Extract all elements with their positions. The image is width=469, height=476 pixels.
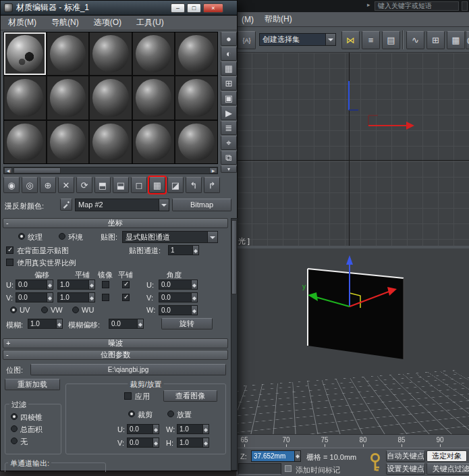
maximize-button[interactable]: □ — [187, 3, 201, 13]
scroll-down-icon[interactable]: ▾ — [221, 165, 237, 173]
checkbox-apply[interactable] — [124, 392, 132, 400]
make-preview-icon[interactable]: ▶ — [221, 106, 237, 120]
spinner-icon[interactable] — [137, 319, 143, 328]
menu-navigation[interactable]: 导航(N) — [44, 17, 86, 28]
expand-icon[interactable]: + — [6, 339, 10, 348]
z-coordinate-field[interactable]: 37.652mm — [251, 450, 301, 462]
chevron-down-icon[interactable] — [207, 232, 217, 242]
wall-object[interactable] — [308, 269, 404, 359]
crop-v-field[interactable]: 0.0 — [127, 438, 159, 448]
checkbox-v-mirror[interactable] — [102, 294, 109, 301]
v-angle-field[interactable]: 0.0 — [159, 292, 198, 302]
collapse-icon[interactable]: - — [6, 350, 9, 359]
menu-material[interactable]: 材质(M) — [1, 17, 44, 28]
material-slot[interactable] — [90, 121, 132, 163]
material-slot[interactable] — [47, 76, 89, 119]
checkbox-u-mirror[interactable] — [102, 281, 109, 288]
material-map-navigator-icon[interactable]: ⧉ — [221, 151, 237, 165]
mapping-dropdown[interactable]: 显式贴图通道 — [122, 231, 218, 243]
transform-gizmo[interactable] — [236, 53, 469, 246]
material-slot[interactable] — [133, 76, 175, 119]
menu-utilities[interactable]: 工具(U) — [129, 17, 171, 28]
show-map-in-viewport-icon[interactable]: ▦ — [149, 177, 165, 193]
spinner-icon[interactable] — [191, 293, 197, 302]
put-material-to-scene-icon[interactable]: ◎ — [22, 177, 38, 193]
set-key-button[interactable]: 设置关键点 — [386, 463, 425, 475]
spinner-icon[interactable] — [202, 438, 209, 447]
u-tiling-field[interactable]: 1.0 — [57, 280, 95, 290]
spinner-icon[interactable] — [191, 306, 197, 315]
radio-uv[interactable] — [10, 307, 17, 313]
reset-map-icon[interactable]: ✕ — [58, 177, 74, 193]
slot-scrollbar[interactable]: ◀ ▶ — [3, 167, 218, 174]
radio-summed-area[interactable] — [11, 425, 18, 432]
menu-fragment[interactable]: (M) — [236, 15, 259, 24]
schematic-view-icon[interactable]: ⊞ — [426, 31, 445, 49]
go-to-parent-icon[interactable]: ↰ — [186, 177, 202, 193]
spinner-icon[interactable] — [47, 293, 53, 302]
chevron-down-icon[interactable] — [325, 34, 335, 45]
scrollbar-thumb[interactable] — [13, 167, 61, 174]
chevron-down-icon[interactable] — [159, 199, 169, 211]
blur-offset-field[interactable]: 0.0 — [109, 319, 144, 329]
backlight-icon[interactable]: ◐ — [221, 47, 237, 61]
view-image-button[interactable]: 查看图像 — [163, 390, 217, 402]
infocenter-arrow-icon[interactable]: ▸ — [367, 1, 370, 8]
scroll-left-icon[interactable]: ◀ — [4, 167, 12, 174]
curve-editor-icon[interactable]: ∿ — [406, 31, 424, 49]
reload-button[interactable]: 重新加载 — [5, 379, 60, 390]
spinner-icon[interactable] — [88, 293, 94, 302]
material-slot[interactable] — [175, 76, 217, 119]
crop-u-field[interactable]: 0.0 — [127, 424, 159, 434]
rollout-coordinates[interactable]: - 坐标 — [3, 218, 228, 228]
rollout-bitmap-parameters[interactable]: - 位图参数 — [3, 350, 228, 360]
material-slot[interactable] — [175, 121, 217, 163]
map-channel-field[interactable]: 1 — [168, 245, 199, 255]
rotate-button[interactable]: 旋转 — [161, 318, 213, 329]
spinner-icon[interactable] — [191, 280, 197, 289]
spinner-icon[interactable] — [153, 438, 159, 447]
menu-help[interactable]: 帮助(H) — [259, 14, 298, 25]
auto-key-button[interactable]: 自动关键点 — [386, 450, 425, 462]
u-angle-field[interactable]: 0.0 — [159, 280, 198, 290]
v-offset-field[interactable]: 0.0 — [16, 292, 53, 302]
viewport-perspective[interactable]: y — [236, 248, 469, 434]
radio-vw[interactable] — [41, 307, 48, 313]
w-angle-field[interactable]: 0.0 — [159, 305, 198, 315]
crop-h-field[interactable]: 1.0 — [177, 438, 209, 448]
named-selection-set-dropdown[interactable]: 创建选择集 — [259, 33, 336, 46]
mirror-icon[interactable]: ⋈ — [341, 31, 360, 49]
material-slot[interactable] — [4, 76, 46, 119]
options-icon[interactable]: ≣ — [221, 121, 237, 135]
u-offset-field[interactable]: 0.0 — [16, 280, 53, 290]
spinner-icon[interactable] — [47, 280, 53, 289]
crop-w-field[interactable]: 1.0 — [177, 424, 209, 434]
spinner-icon[interactable] — [192, 246, 198, 255]
spinner-icon[interactable] — [153, 425, 159, 433]
checkbox-u-tile[interactable] — [122, 281, 130, 288]
spinner-icon[interactable] — [202, 425, 209, 433]
background-icon[interactable]: ▦ — [221, 61, 237, 76]
map-name-dropdown[interactable]: Map #2 — [75, 199, 169, 211]
material-slot-active[interactable] — [4, 32, 46, 75]
radio-none[interactable] — [11, 438, 18, 444]
material-id-channel-icon[interactable]: ◻ — [131, 177, 147, 193]
close-button[interactable]: × — [203, 3, 223, 13]
make-material-copy-icon[interactable]: ⟳ — [76, 177, 92, 193]
menu-options[interactable]: 选项(O) — [86, 17, 129, 28]
material-slot[interactable] — [47, 32, 89, 75]
material-slot[interactable] — [90, 32, 132, 75]
material-editor-titlebar[interactable]: 材质编辑器 - 标准_1 – □ × — [1, 1, 237, 16]
z-spinner-icon[interactable] — [294, 451, 300, 461]
selection-filter-dropdown[interactable]: 选定对象 — [426, 450, 467, 462]
spinner-icon[interactable] — [56, 319, 62, 328]
material-slot[interactable] — [133, 32, 175, 75]
render-setup-icon[interactable]: ▦ — [447, 31, 465, 49]
get-material-icon[interactable]: ◉ — [3, 177, 20, 193]
add-time-tag[interactable]: 添加时间标记 — [296, 465, 340, 475]
map-type-button[interactable]: Bitmap — [172, 199, 231, 211]
sample-type-icon[interactable]: ● — [221, 32, 237, 46]
material-slot[interactable] — [90, 76, 132, 119]
material-slot[interactable] — [47, 121, 89, 163]
checkbox-real-world-scale[interactable] — [6, 259, 13, 266]
